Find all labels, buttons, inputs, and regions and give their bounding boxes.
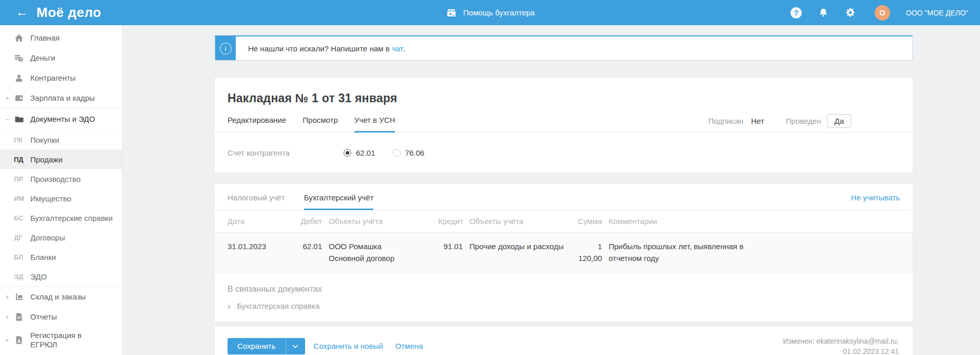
sidebar-item-kontragenty[interactable]: Контрагенты (0, 68, 122, 88)
cell-credit: 91.01 (438, 240, 463, 264)
tab-nalogovyy-uchet[interactable]: Налоговый учёт (228, 191, 285, 210)
col-header-date: Дата (228, 217, 291, 226)
debit-object-contract: Основной договор (329, 252, 431, 264)
question-mark-glyph: ? (790, 7, 802, 18)
sidebar-item-label: Производство (30, 175, 81, 183)
sidebar-item-label: Регистрация в ЕГРЮЛ (30, 331, 98, 349)
report-icon (14, 312, 24, 322)
radio-unselected-icon[interactable] (393, 149, 401, 157)
sidebar-subitem-pokupki[interactable]: ПК Покупки (0, 130, 122, 150)
save-split-button[interactable]: Сохранить (228, 338, 305, 354)
tab-buhgalterskiy-uchet[interactable]: Бухгалтерский учёт (304, 191, 374, 210)
col-header-credit: Кредит (438, 217, 463, 226)
radio-label: 76.06 (405, 148, 425, 157)
col-header-credit-objects: Объекты учёта (469, 217, 567, 226)
back-arrow-icon[interactable]: ← (15, 6, 28, 18)
cell-amount: 1 120,00 (574, 240, 602, 264)
sidebar-item-label: Покупки (30, 136, 59, 144)
sidebar-subitem-proizvodstvo[interactable]: ПР Производство (0, 169, 122, 189)
sidebar-item-label: Продажи (30, 155, 63, 164)
expander-plus-icon[interactable]: + (5, 336, 14, 344)
cell-date: 31.01.2023 (228, 240, 291, 264)
footer-links: Сохранить и новый Отмена (314, 342, 423, 350)
sidebar: Главная Деньги Контрагенты + Зарплата и … (0, 25, 122, 355)
tab-uchet-v-usn[interactable]: Учет в УСН (354, 114, 395, 132)
sidebar-item-dokumenty-edo[interactable]: − Документы и ЭДО (0, 108, 122, 130)
sidebar-subitem-imushchestvo[interactable]: ИМ Имущество (0, 189, 122, 208)
cart-icon (14, 292, 24, 302)
sidebar-item-otchety[interactable]: + Отчеты (0, 307, 122, 327)
cancel-link[interactable]: Отмена (395, 342, 423, 350)
main-content: i Не нашли что искали? Напишите нам в ча… (122, 25, 980, 355)
subitem-code: ИМ (14, 195, 26, 202)
save-button[interactable]: Сохранить (228, 338, 286, 354)
sidebar-item-glavnaya[interactable]: Главная (0, 28, 122, 48)
tab-redaktirovanie[interactable]: Редактирование (228, 114, 286, 132)
ignore-link[interactable]: Не учитывать (851, 193, 900, 202)
sidebar-item-zarplata[interactable]: + Зарплата и кадры (0, 88, 122, 108)
app-logo[interactable]: Моё дело (36, 5, 101, 21)
save-dropdown-button[interactable] (286, 338, 305, 354)
registration-doc-icon (14, 335, 24, 345)
accounting-tabs: Налоговый учёт Бухгалтерский учёт Не учи… (215, 184, 913, 210)
page-title: Накладная № 1 от 31 января (228, 91, 900, 105)
tab-prosmotr[interactable]: Просмотр (303, 114, 338, 132)
posted-label: Проведен (786, 117, 821, 125)
expander-plus-icon[interactable]: + (5, 94, 14, 102)
expander-plus-icon[interactable]: + (5, 293, 14, 301)
top-right-controls: ? O ООО "МОЕ ДЕЛО" (790, 5, 968, 21)
help-icon[interactable]: ? (790, 7, 802, 19)
sidebar-item-label: Главная (30, 33, 60, 43)
signed-label: Подписан (708, 117, 743, 125)
sidebar-item-label: Имущество (30, 194, 71, 203)
signed-value: Нет (751, 117, 764, 125)
radio-selected-icon[interactable] (344, 149, 351, 157)
banner-message: Не нашли что искали? Напишите нам в (248, 44, 389, 53)
debit-object-company: ООО Ромашка (329, 240, 431, 252)
sidebar-item-label: Склад и заказы (30, 292, 86, 302)
linked-documents-label: В связанных документах (228, 285, 900, 294)
sidebar-subitem-buh-spravki[interactable]: БС Бухгалтерские справки (0, 208, 122, 228)
radio-label: 62.01 (356, 148, 375, 157)
col-header-debit: Дебет (297, 217, 322, 226)
info-banner: i Не нашли что искали? Напишите нам в ча… (215, 35, 913, 61)
table-row[interactable]: 31.01.2023 62.01 ООО Ромашка Основной до… (215, 233, 913, 274)
user-avatar[interactable]: O (875, 5, 890, 21)
sidebar-subitem-edo[interactable]: ЭД ЭДО (0, 267, 122, 286)
sidebar-item-registraciya-egrul[interactable]: + Регистрация в ЕГРЮЛ (0, 327, 122, 353)
linked-doc-label: Бухгалтерская справка (237, 302, 319, 310)
sidebar-subitem-prodazhi[interactable]: ПД Продажи (0, 150, 122, 169)
posted-value-chip[interactable]: Да (827, 114, 851, 128)
sidebar-subitem-blanki[interactable]: БЛ Бланки (0, 247, 122, 267)
accountant-help-label: Помощь бухгалтера (463, 8, 535, 17)
chat-link[interactable]: чат (392, 44, 404, 53)
document-card: Накладная № 1 от 31 января Редактировани… (215, 78, 913, 173)
subitem-code: ПД (14, 156, 26, 163)
linked-doc-buhgalterskaya-spravka[interactable]: › Бухгалтерская справка (228, 302, 900, 310)
modified-by: Изменен: ekaterinaksylina@mail.ru, (783, 336, 899, 346)
cell-debit-objects: ООО Ромашка Основной договор (329, 240, 431, 264)
sidebar-item-dengi[interactable]: Деньги (0, 48, 122, 68)
money-icon (14, 53, 24, 63)
sidebar-item-sklad[interactable]: + Склад и заказы (0, 286, 122, 307)
radio-option-6201[interactable]: 62.01 (344, 148, 375, 157)
radio-option-7606[interactable]: 76.06 (393, 148, 425, 157)
sidebar-item-label: Отчеты (30, 312, 57, 322)
expander-plus-icon[interactable]: + (5, 313, 14, 321)
account-label: Счет контрагента (228, 148, 344, 157)
col-header-amount: Сумма (574, 217, 602, 226)
folder-icon (14, 115, 24, 124)
sidebar-subitem-dogovory[interactable]: ДГ Договоры (0, 228, 122, 247)
accountant-help-button[interactable]: Помощь бухгалтера (445, 0, 535, 25)
save-and-new-link[interactable]: Сохранить и новый (314, 342, 383, 350)
company-name[interactable]: ООО "МОЕ ДЕЛО" (906, 9, 968, 17)
status-group: Подписан Нет Проведен Да (708, 114, 900, 128)
page: { "icons": { "back": "←", "help": "?", "… (0, 0, 980, 355)
counterparty-account-row: Счет контрагента 62.01 76.06 (215, 133, 913, 173)
notifications-bell-icon[interactable] (817, 7, 830, 19)
expander-minus-icon[interactable]: − (5, 115, 14, 123)
settings-gear-icon[interactable] (844, 7, 857, 19)
table-header-row: Дата Дебет Объекты учёта Кредит Объекты … (215, 210, 913, 233)
sidebar-item-label: Документы и ЭДО (30, 115, 95, 124)
person-icon (14, 73, 24, 83)
